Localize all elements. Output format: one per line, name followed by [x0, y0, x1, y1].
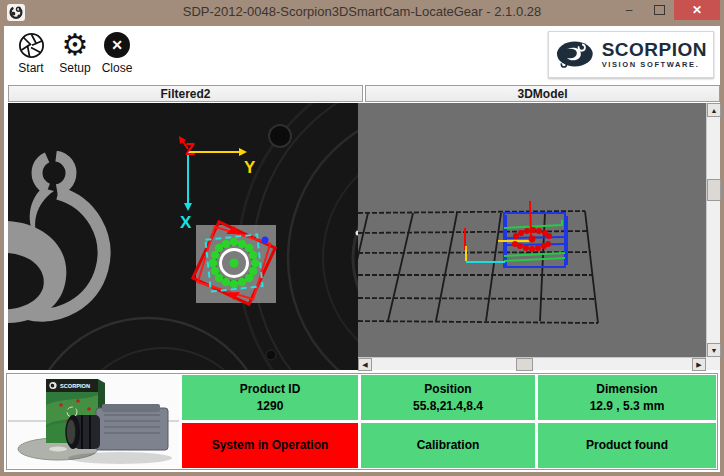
- product-found-label: Product found: [586, 437, 668, 454]
- product-photo: SCORPION: [8, 375, 179, 467]
- scroll-down-button[interactable]: ▼: [707, 343, 721, 357]
- calibration-cell: Calibration: [361, 423, 535, 468]
- scroll-right-button[interactable]: ▶: [692, 358, 706, 371]
- product-found-cell: Product found: [538, 423, 716, 468]
- axis-z-label: Z: [185, 141, 195, 158]
- system-status-label: System in Operation: [212, 437, 329, 454]
- maximize-button[interactable]: [644, 0, 674, 20]
- position-cell: Position 55.8,21.4,8.4: [361, 375, 535, 420]
- camera-image-view[interactable]: Z Y X: [8, 103, 358, 370]
- scroll-left-button[interactable]: ◀: [358, 358, 372, 371]
- close-window-button[interactable]: ✕: [674, 0, 720, 20]
- close-circle-icon: ✕: [96, 31, 138, 59]
- system-status-cell: System in Operation: [182, 423, 358, 468]
- maximize-icon: [654, 5, 665, 15]
- window-content: Start ⚙ Setup ✕ Close SC: [4, 26, 720, 472]
- logo-subtitle: VISION SOFTWARE.: [602, 61, 707, 69]
- product-id-label: Product ID: [240, 381, 301, 398]
- model-vertical-scrollbar[interactable]: ▲ ▼: [706, 103, 720, 357]
- position-value: 55.8,21.4,8.4: [413, 398, 483, 415]
- scroll-right-icon: ▶: [696, 361, 701, 369]
- position-label: Position: [424, 381, 471, 398]
- scrollbar-corner: [706, 357, 720, 370]
- logo-title: SCORPION: [602, 40, 707, 59]
- app-window: SDP-2012-0048-Scorpion3DSmartCam-LocateG…: [0, 0, 724, 476]
- axis-y-label: Y: [244, 158, 256, 177]
- scroll-up-icon: ▲: [711, 107, 718, 114]
- aperture-icon: [10, 31, 52, 59]
- dimension-label: Dimension: [596, 381, 657, 398]
- panels-row: Z Y X: [4, 103, 720, 370]
- scorpion-logo-icon: [555, 40, 597, 70]
- model-3d-canvas: [358, 103, 706, 357]
- product-photo-cell: SCORPION: [8, 375, 179, 468]
- setup-button-label: Setup: [54, 61, 96, 75]
- close-icon: ✕: [692, 3, 702, 17]
- camera-image-canvas: Z Y X: [8, 103, 358, 370]
- right-panel-header: 3DModel: [365, 85, 720, 102]
- minimize-button[interactable]: –: [614, 0, 644, 20]
- scorpion-logo: SCORPION VISION SOFTWARE.: [548, 31, 714, 78]
- start-button-label: Start: [10, 61, 52, 75]
- product-id-value: 1290: [257, 398, 284, 415]
- axis-x-label: X: [180, 213, 192, 232]
- close-button[interactable]: ✕ Close: [96, 31, 138, 75]
- dimension-cell: Dimension 12.9 , 5.3 mm: [538, 375, 716, 420]
- vertical-scroll-thumb[interactable]: [707, 179, 721, 201]
- dimension-value: 12.9 , 5.3 mm: [590, 398, 665, 415]
- product-id-cell: Product ID 1290: [182, 375, 358, 420]
- minimize-icon: –: [626, 3, 633, 17]
- gear-icon: ⚙: [54, 31, 96, 59]
- title-bar[interactable]: SDP-2012-0048-Scorpion3DSmartCam-LocateG…: [0, 0, 724, 26]
- model-panel: ▲ ▼ ◀ ▶: [358, 103, 720, 370]
- scroll-up-button[interactable]: ▲: [707, 103, 721, 117]
- model-horizontal-scrollbar[interactable]: ◀ ▶: [358, 357, 706, 370]
- horizontal-scroll-thumb[interactable]: [516, 358, 533, 371]
- scroll-down-icon: ▼: [711, 347, 718, 354]
- calibration-label: Calibration: [417, 437, 480, 454]
- close-button-label: Close: [96, 61, 138, 75]
- start-button[interactable]: Start: [10, 31, 52, 75]
- model-3d-view[interactable]: [358, 103, 706, 357]
- panel-headers: Filtered2 3DModel: [4, 85, 720, 103]
- toolbar: Start ⚙ Setup ✕ Close SC: [4, 26, 720, 85]
- status-panel: Product ID 1290 Position 55.8,21.4,8.4 D…: [6, 373, 718, 470]
- left-panel-header: Filtered2: [8, 85, 363, 102]
- software-box-title: SCORPION: [60, 383, 90, 389]
- setup-button[interactable]: ⚙ Setup: [54, 31, 96, 75]
- scroll-left-icon: ◀: [362, 361, 367, 369]
